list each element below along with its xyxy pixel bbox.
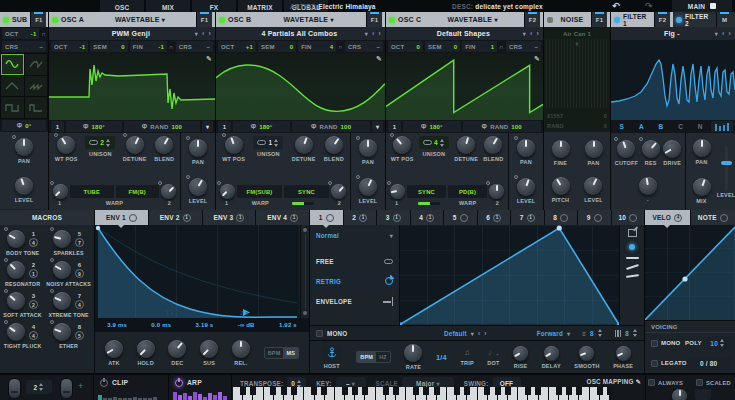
lfo-free-option[interactable]: FREE bbox=[310, 251, 399, 271]
env-sustain-knob[interactable] bbox=[200, 340, 218, 358]
filter-2-route-button[interactable]: M bbox=[716, 12, 732, 27]
osc-a-header[interactable]: OSC AWAVETABLE ▾F1 bbox=[49, 12, 215, 27]
always-toggle[interactable]: ALWAYS bbox=[648, 379, 683, 386]
mono-toggle[interactable]: MONO bbox=[651, 340, 680, 347]
black-key[interactable] bbox=[607, 387, 613, 395]
tab[interactable]: 61 bbox=[478, 210, 511, 225]
black-key[interactable] bbox=[525, 387, 531, 395]
noise-header[interactable]: NOISEF1 bbox=[544, 12, 610, 27]
line-tool-icon[interactable] bbox=[626, 257, 639, 259]
black-key[interactable] bbox=[556, 387, 562, 395]
osc-b-warp2-select[interactable]: SYNC bbox=[284, 185, 329, 198]
tab[interactable]: 31 bbox=[377, 210, 410, 225]
osc-c-stack-field[interactable]: 1 bbox=[388, 121, 401, 132]
poly-count-field[interactable]: 10 bbox=[706, 337, 729, 350]
osc-c-route-button[interactable]: F2 bbox=[524, 12, 540, 27]
black-key[interactable] bbox=[393, 387, 399, 395]
osc-a-level-knob[interactable] bbox=[189, 178, 207, 196]
filter-level-slider[interactable] bbox=[725, 146, 728, 190]
osc-c-header[interactable]: OSC CWAVETABLE ▾F2 bbox=[386, 12, 543, 27]
filter-1-route-button[interactable]: F2 bbox=[654, 12, 670, 27]
osc-c-warp1-select[interactable]: SYNC bbox=[407, 185, 446, 198]
black-key[interactable] bbox=[321, 387, 327, 395]
filter-slot-button[interactable]: S bbox=[613, 123, 631, 130]
osc-c-phase-field[interactable]: Φ180° bbox=[403, 121, 461, 132]
lfo-rate-knob[interactable] bbox=[404, 344, 422, 362]
filter-pan-knob[interactable] bbox=[693, 139, 711, 157]
pitch-wheel[interactable] bbox=[8, 378, 21, 399]
osc-b-mode[interactable]: WAVETABLE ▾ bbox=[254, 16, 363, 23]
macro-knob[interactable] bbox=[7, 261, 25, 279]
osc-c-level-knob[interactable] bbox=[517, 178, 535, 196]
osc-c-octave-field[interactable]: OCT0 bbox=[388, 41, 423, 52]
osc-b-stack-field[interactable]: 1 bbox=[218, 121, 231, 132]
lfo-phase-knob[interactable] bbox=[616, 346, 631, 361]
lfo-mode-select[interactable]: Normal▾ bbox=[310, 225, 399, 245]
osc-b-warp1-select[interactable]: FM(SUB) bbox=[237, 185, 282, 198]
power-led[interactable] bbox=[219, 17, 225, 23]
osc-a-warp1-knob[interactable] bbox=[53, 184, 68, 199]
lfo-rate-value[interactable]: 1/4 bbox=[436, 353, 447, 362]
black-key[interactable] bbox=[352, 387, 358, 395]
black-key[interactable] bbox=[413, 387, 419, 395]
keytrack-icon[interactable]: ∩ bbox=[40, 31, 47, 37]
power-led[interactable] bbox=[389, 17, 395, 23]
lfo-grid-x-field[interactable]: ≡8 bbox=[576, 329, 609, 337]
sub-level-knob[interactable] bbox=[15, 177, 33, 195]
lfo-smooth-knob[interactable] bbox=[579, 346, 594, 361]
tab[interactable]: NOTE bbox=[691, 210, 735, 225]
noise-fine-knob[interactable] bbox=[552, 140, 570, 158]
osc-a-warp1-select[interactable]: TUBE bbox=[70, 185, 114, 198]
osc-c-pan-knob[interactable] bbox=[517, 139, 535, 157]
osc-b-phase-field[interactable]: Φ180° bbox=[233, 121, 290, 132]
tab[interactable]: ENV 21 bbox=[149, 210, 202, 225]
black-key[interactable] bbox=[250, 387, 256, 395]
noise-pitch-knob[interactable] bbox=[552, 177, 570, 195]
osc-a-phase-field[interactable]: Φ180° bbox=[66, 121, 122, 132]
pulse-shape-button[interactable] bbox=[25, 97, 48, 118]
power-led[interactable] bbox=[676, 17, 682, 23]
slider-handle[interactable] bbox=[721, 161, 732, 165]
filter-slot-button[interactable]: A bbox=[633, 123, 651, 130]
lfo-retrig-option[interactable]: RETRIG bbox=[310, 271, 399, 291]
black-key[interactable] bbox=[270, 387, 276, 395]
black-key[interactable] bbox=[291, 387, 297, 395]
velocity-curve-display[interactable] bbox=[645, 225, 735, 320]
power-led[interactable] bbox=[3, 17, 9, 23]
tab[interactable]: 21 bbox=[344, 210, 377, 225]
osc-c-detune-knob[interactable] bbox=[457, 136, 475, 154]
filter-mode-select[interactable]: Flg -▾‹› bbox=[611, 27, 735, 40]
keytrack-icon[interactable]: ∩ bbox=[498, 44, 505, 50]
osc-b-unison-field[interactable]: 1 bbox=[253, 136, 283, 149]
move-icon[interactable]: + bbox=[78, 381, 83, 391]
dropdown-button[interactable]: ▾ bbox=[372, 121, 383, 132]
arp-steps[interactable] bbox=[173, 390, 227, 400]
osc-c-rand-field[interactable]: ΦRAND100 bbox=[463, 121, 541, 132]
osc-b-rand-field[interactable]: ΦRAND100 bbox=[292, 121, 370, 132]
noise-route-button[interactable]: F1 bbox=[591, 12, 607, 27]
redo-icon[interactable]: ↷ bbox=[645, 0, 653, 12]
sub-coarse-field[interactable]: CRS– bbox=[2, 41, 46, 52]
osc-b-semi-field[interactable]: SEM0 bbox=[258, 41, 296, 52]
osc-c-warp2-knob[interactable] bbox=[489, 184, 504, 199]
osc-c-fine-field[interactable]: FIN1 bbox=[462, 41, 497, 52]
triangle-shape-button[interactable] bbox=[1, 76, 24, 97]
tab[interactable]: 71 bbox=[511, 210, 544, 225]
black-key[interactable] bbox=[362, 387, 368, 395]
osc-c-unison-field[interactable]: 4 bbox=[419, 136, 449, 149]
env-zoom-strip[interactable] bbox=[300, 225, 309, 318]
top-tab[interactable]: FX bbox=[192, 0, 236, 12]
top-tab[interactable]: MATRIX bbox=[238, 0, 282, 12]
keytrack-icon[interactable]: ∩ bbox=[168, 44, 175, 50]
osc-a-wavetable-display[interactable]: ✎ bbox=[49, 53, 215, 120]
tab[interactable]: ENV 31 bbox=[203, 210, 256, 225]
osc-a-pan-knob[interactable] bbox=[189, 139, 207, 157]
preset-menu-button[interactable]: MAIN bbox=[672, 0, 732, 12]
tab[interactable]: VELO4 bbox=[645, 210, 690, 225]
osc-b-wtpos-knob[interactable] bbox=[225, 136, 243, 154]
macro-knob[interactable] bbox=[53, 261, 71, 279]
osc-mapping-button[interactable]: OSC MAPPING ✎ bbox=[545, 378, 641, 385]
osc-b-wavetable-select[interactable]: 4 Partials All Combos▾‹› bbox=[216, 27, 385, 40]
osc-b-detune-knob[interactable] bbox=[295, 136, 313, 154]
osc-b-octave-field[interactable]: OCT+1 bbox=[218, 41, 256, 52]
